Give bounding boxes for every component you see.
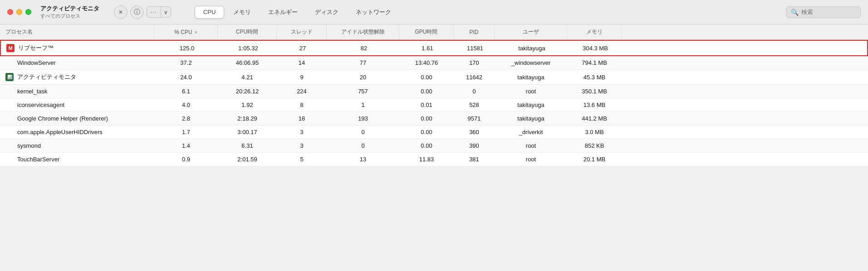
cell-cputime: 2:01.59 xyxy=(218,153,277,166)
col-header-idle[interactable]: アイドル状態解除 xyxy=(327,24,399,39)
libsafe-icon: M xyxy=(6,44,15,52)
tab-cpu[interactable]: CPU xyxy=(195,6,224,19)
cell-idle: 82 xyxy=(328,42,400,55)
cell-user: takitayuga xyxy=(495,71,567,84)
cell-user: root xyxy=(495,85,567,98)
tab-network[interactable]: ネットワーク xyxy=(348,6,399,19)
cell-mem: 441.2 MB xyxy=(567,112,622,125)
cell-user: root xyxy=(495,139,567,152)
cell-name: kernel_task xyxy=(0,85,154,98)
table-row[interactable]: Google Chrome Helper (Renderer) 2.8 2:18… xyxy=(0,112,868,126)
close-icon: ✕ xyxy=(118,9,123,15)
cell-gpu: 0.00 xyxy=(399,71,454,84)
cell-user: takitayuga xyxy=(495,112,567,125)
cell-threads: 3 xyxy=(277,126,327,139)
cell-mem: 350.1 MB xyxy=(567,85,622,98)
cell-gpu: 0.01 xyxy=(399,98,454,111)
cell-name: sysmond xyxy=(0,139,154,152)
col-header-cpu[interactable]: % CPU ∨ xyxy=(154,25,218,39)
cell-cputime: 46:06.95 xyxy=(218,56,277,69)
cell-cpu: 24.0 xyxy=(154,71,218,84)
cell-threads: 9 xyxy=(277,71,327,84)
cell-threads: 27 xyxy=(278,42,328,55)
cell-idle: 13 xyxy=(327,153,399,166)
main-window: アクティビティモニタ すべてのプロセス ✕ ⓘ ··· ∨ CPU メモリ エネ… xyxy=(0,0,868,271)
more-button[interactable]: ··· ∨ xyxy=(147,6,171,18)
search-area[interactable]: 🔍 xyxy=(786,6,861,18)
traffic-lights xyxy=(7,9,31,15)
cell-user: _driverkit xyxy=(495,126,567,139)
tab-memory[interactable]: メモリ xyxy=(225,6,259,19)
cell-cputime: 4.21 xyxy=(218,71,277,84)
minimize-button[interactable] xyxy=(16,9,22,15)
table-row[interactable]: WindowServer 37.2 46:06.95 14 77 13:40.7… xyxy=(0,56,868,70)
cell-idle: 1 xyxy=(327,98,399,111)
info-icon: ⓘ xyxy=(134,8,140,16)
table-row[interactable]: 📊 アクティビティモニタ 24.0 4.21 9 20 0.00 11642 t… xyxy=(0,70,868,85)
column-headers: プロセス名 % CPU ∨ CPU時間 スレッド アイドル状態解除 GPU時間 … xyxy=(0,24,868,40)
cell-pid: 360 xyxy=(454,126,495,139)
cell-name: com.apple.AppleUserHIDDrivers xyxy=(0,126,154,139)
col-header-threads[interactable]: スレッド xyxy=(277,24,327,39)
cell-pid: 9571 xyxy=(454,112,495,125)
cell-gpu: 13:40.76 xyxy=(399,56,454,69)
table-row[interactable]: kernel_task 6.1 20:26.12 224 757 0.00 0 … xyxy=(0,85,868,98)
search-input[interactable] xyxy=(801,9,856,15)
cell-mem: 794.1 MB xyxy=(567,56,622,69)
cell-cputime: 1:05.32 xyxy=(219,42,278,55)
tab-energy[interactable]: エネルギー xyxy=(260,6,306,19)
cell-gpu: 0.00 xyxy=(399,85,454,98)
tab-disk[interactable]: ディスク xyxy=(307,6,347,19)
more-icon[interactable]: ··· xyxy=(147,7,161,17)
cell-gpu: 0.00 xyxy=(399,126,454,139)
cell-cpu: 37.2 xyxy=(154,56,218,69)
cell-cpu: 0.9 xyxy=(154,153,218,166)
cell-mem: 304.3 MB xyxy=(568,42,623,55)
cell-idle: 77 xyxy=(327,56,399,69)
cell-gpu: 1.61 xyxy=(400,42,455,55)
close-button[interactable] xyxy=(7,9,13,15)
cell-pid: 381 xyxy=(454,153,495,166)
cell-cputime: 20:26.12 xyxy=(218,85,277,98)
cell-pid: 528 xyxy=(454,98,495,111)
col-header-user[interactable]: ユーザ xyxy=(495,24,567,39)
activity-monitor-icon: 📊 xyxy=(5,73,14,81)
cell-user: root xyxy=(495,153,567,166)
cell-user: _windowserver xyxy=(495,56,567,69)
cell-idle: 0 xyxy=(327,126,399,139)
cell-user: takitayuga xyxy=(495,98,567,111)
cell-cpu: 1.7 xyxy=(154,126,218,139)
table-row[interactable]: TouchBarServer 0.9 2:01.59 5 13 11.83 38… xyxy=(0,153,868,166)
close-icon-btn[interactable]: ✕ xyxy=(114,5,128,19)
chevron-down-icon[interactable]: ∨ xyxy=(161,7,171,17)
col-header-cputime[interactable]: CPU時間 xyxy=(218,24,277,39)
cell-gpu: 0.00 xyxy=(399,139,454,152)
cell-name: Google Chrome Helper (Renderer) xyxy=(0,112,154,125)
cell-cputime: 2:18.29 xyxy=(218,112,277,125)
search-icon: 🔍 xyxy=(791,9,799,16)
table-body: M リブセーフ™ 125.0 1:05.32 27 82 1.61 11581 … xyxy=(0,40,868,166)
cell-mem: 20.1 MB xyxy=(567,153,622,166)
cell-cpu: 2.8 xyxy=(154,112,218,125)
table-row[interactable]: iconservicesagent 4.0 1.92 8 1 0.01 528 … xyxy=(0,98,868,112)
table-row[interactable]: com.apple.AppleUserHIDDrivers 1.7 3:00.1… xyxy=(0,126,868,139)
cell-gpu: 11.83 xyxy=(399,153,454,166)
cell-name: TouchBarServer xyxy=(0,153,154,166)
cell-pid: 11581 xyxy=(455,42,495,55)
maximize-button[interactable] xyxy=(25,9,31,15)
table-row[interactable]: M リブセーフ™ 125.0 1:05.32 27 82 1.61 11581 … xyxy=(0,40,868,56)
cell-pid: 170 xyxy=(454,56,495,69)
col-header-name[interactable]: プロセス名 xyxy=(0,24,154,39)
col-header-pid[interactable]: PID xyxy=(454,25,495,39)
col-header-mem[interactable]: メモリ xyxy=(567,24,622,39)
info-button[interactable]: ⓘ xyxy=(130,5,144,19)
col-header-gpu[interactable]: GPU時間 xyxy=(399,24,454,39)
cell-cputime: 3:00.17 xyxy=(218,126,277,139)
cell-name: WindowServer xyxy=(0,56,154,69)
cell-pid: 0 xyxy=(454,85,495,98)
cell-threads: 8 xyxy=(277,98,327,111)
cell-cputime: 6.31 xyxy=(218,139,277,152)
toolbar-controls: ✕ ⓘ ··· ∨ xyxy=(114,5,171,19)
sort-arrow-icon: ∨ xyxy=(194,29,197,34)
table-row[interactable]: sysmond 1.4 6.31 3 0 0.00 390 root 852 K… xyxy=(0,139,868,153)
